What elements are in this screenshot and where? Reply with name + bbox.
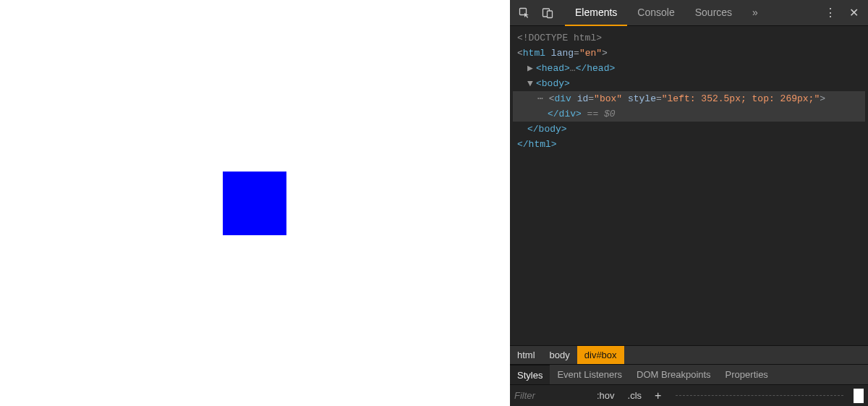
doctype-text: <!DOCTYPE html> <box>517 33 602 43</box>
attr-lang-val: "en" <box>579 48 602 59</box>
filterbar-divider <box>676 395 843 396</box>
lower-tabs: Styles Event Listeners DOM Breakpoints P… <box>510 364 868 384</box>
overflow-glyph: » <box>752 7 758 18</box>
device-toggle-icon[interactable] <box>537 3 558 23</box>
tab-elements-label: Elements <box>575 7 617 18</box>
page-viewport[interactable] <box>0 0 510 406</box>
attr-lang-name: lang <box>551 48 574 59</box>
div-close: </div> <box>548 109 582 119</box>
dom-line-body-close[interactable]: </body> <box>513 122 865 137</box>
tab-console[interactable]: Console <box>627 0 684 26</box>
eq-dollar: == $0 <box>582 109 616 119</box>
body-close: </body> <box>527 124 567 135</box>
svg-rect-2 <box>548 11 553 18</box>
dom-tree[interactable]: <!DOCTYPE html> <html lang="en"> ▶<head>… <box>510 26 868 345</box>
ltab-styles[interactable]: Styles <box>510 365 550 384</box>
dom-line-doctype[interactable]: <!DOCTYPE html> <box>513 30 865 46</box>
devtools-topbar: Elements Console Sources » ⋮ ✕ <box>510 0 868 26</box>
dom-line-body-open[interactable]: ▼<body> <box>513 76 865 91</box>
collapse-icon[interactable]: ▼ <box>527 76 535 91</box>
attr-id-name: id <box>577 93 589 104</box>
cls-toggle[interactable]: .cls <box>625 389 645 402</box>
attr-style-val: "left: 352.5px; top: 269px;" <box>662 93 820 104</box>
ltab-props[interactable]: Properties <box>718 365 775 384</box>
attr-id-val: "box" <box>594 93 622 104</box>
dom-line-div-open[interactable]: ⋯ <div id="box" style="left: 352.5px; to… <box>513 91 865 106</box>
new-style-rule-icon[interactable]: + <box>652 389 664 402</box>
filter-input[interactable] <box>514 390 587 401</box>
ltab-styles-label: Styles <box>517 370 542 381</box>
close-glyph: ✕ <box>849 6 859 20</box>
ltab-listeners-label: Event Listeners <box>557 369 622 380</box>
crumb-html[interactable]: html <box>510 346 542 364</box>
crumb-divbox-label: div#box <box>584 350 617 360</box>
ltab-dombp[interactable]: DOM Breakpoints <box>629 365 718 384</box>
more-menu-icon[interactable]: ⋮ <box>820 3 841 23</box>
ltab-listeners[interactable]: Event Listeners <box>550 365 629 384</box>
dom-line-html-close[interactable]: </html> <box>513 137 865 152</box>
crumb-html-label: html <box>517 350 535 360</box>
attr-style-name: style <box>628 93 656 104</box>
dom-line-head[interactable]: ▶<head>…</head> <box>513 61 865 76</box>
filter-bar: :hov .cls + <box>510 384 868 406</box>
lt: < <box>517 48 523 59</box>
hov-toggle[interactable]: :hov <box>594 389 618 402</box>
html-tag: html <box>523 48 545 59</box>
head-close: </head> <box>576 63 616 74</box>
breadcrumb: html body div#box <box>510 345 868 364</box>
inspect-icon[interactable] <box>514 3 535 23</box>
crumb-divbox[interactable]: div#box <box>577 346 624 364</box>
crumb-body[interactable]: body <box>542 346 577 364</box>
box-element[interactable] <box>223 172 286 235</box>
tab-elements[interactable]: Elements <box>565 0 627 26</box>
ltab-props-label: Properties <box>726 369 768 380</box>
tab-sources-label: Sources <box>695 7 732 18</box>
tab-overflow[interactable]: » <box>742 0 768 26</box>
tab-console-label: Console <box>637 7 674 18</box>
expand-icon[interactable]: ▶ <box>527 61 535 76</box>
html-close: </html> <box>517 139 557 150</box>
dom-line-div-close[interactable]: </div> == $0 <box>513 106 865 122</box>
body-open: <body> <box>536 78 570 89</box>
div-tag: div <box>554 93 571 104</box>
devtools-tabs: Elements Console Sources » <box>565 0 768 26</box>
head-open: <head> <box>536 63 570 74</box>
dom-line-html-open[interactable]: <html lang="en"> <box>513 46 865 61</box>
gt2: > <box>820 93 825 104</box>
head-ellipsis: … <box>570 63 576 74</box>
gt: > <box>602 48 608 59</box>
devtools-panel: Elements Console Sources » ⋮ ✕ <!DOCTYPE… <box>510 0 868 406</box>
tab-sources[interactable]: Sources <box>685 0 742 26</box>
more-glyph: ⋮ <box>825 6 836 20</box>
close-icon[interactable]: ✕ <box>843 3 864 23</box>
ltab-dombp-label: DOM Breakpoints <box>637 369 711 380</box>
resize-handle-icon[interactable] <box>854 389 864 403</box>
crumb-body-label: body <box>550 350 570 360</box>
